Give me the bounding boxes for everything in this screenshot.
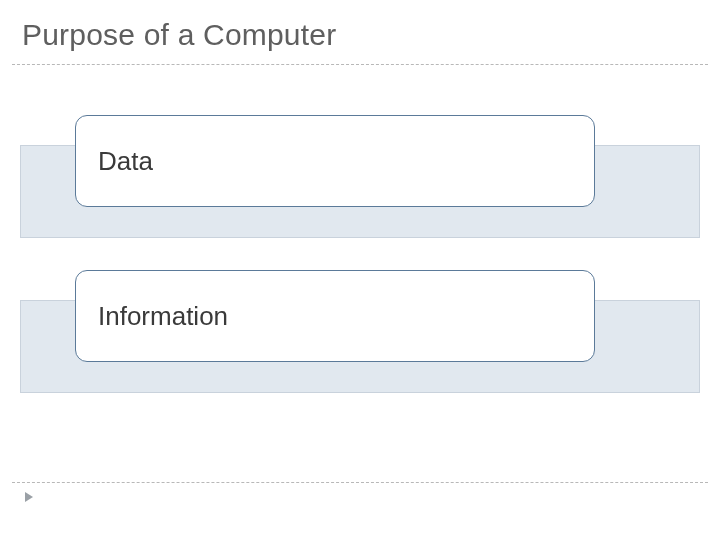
footer-arrow-icon	[25, 492, 33, 502]
title-divider	[12, 64, 708, 65]
footer-divider	[12, 482, 708, 483]
slide: Purpose of a Computer Data Information	[0, 0, 720, 540]
card-data: Data	[75, 115, 595, 207]
slide-title: Purpose of a Computer	[22, 18, 336, 52]
card-information: Information	[75, 270, 595, 362]
card-label-information: Information	[98, 301, 228, 332]
card-label-data: Data	[98, 146, 153, 177]
